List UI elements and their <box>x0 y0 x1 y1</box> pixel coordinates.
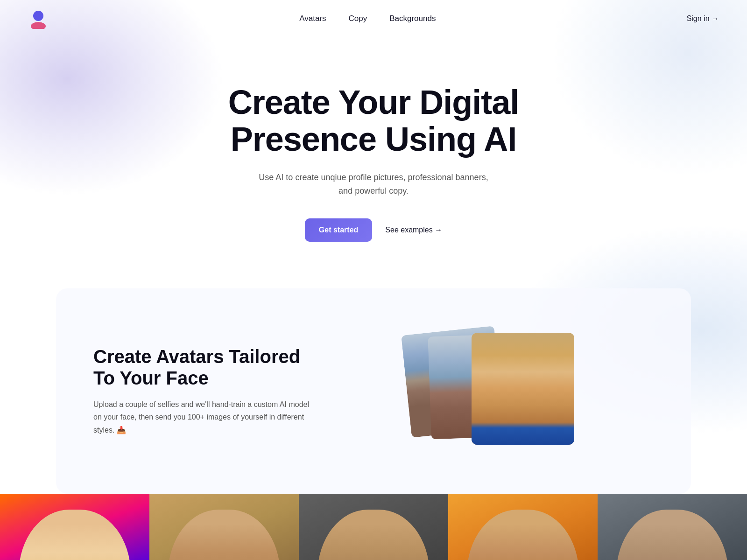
face-sim-2 <box>168 510 280 560</box>
avatar-card-3 <box>299 494 448 560</box>
logo[interactable] <box>28 8 49 29</box>
avatar-card-2 <box>149 494 299 560</box>
get-started-button[interactable]: Get started <box>305 218 372 242</box>
feature-title: Create Avatars Tailored To Your Face <box>93 346 317 389</box>
face-sim-5 <box>616 510 728 560</box>
face-sim-3 <box>317 510 430 560</box>
feature-images <box>317 326 654 456</box>
portrait-face <box>472 333 574 445</box>
navbar: Avatars Copy Backgrounds Sign in → <box>0 0 747 37</box>
feature-description: Upload a couple of selfies and we'll han… <box>93 398 317 436</box>
nav-link-copy[interactable]: Copy <box>349 14 367 23</box>
svg-point-1 <box>31 22 46 29</box>
feature-section: Create Avatars Tailored To Your Face Upl… <box>56 288 691 494</box>
face-sim-1 <box>19 510 131 560</box>
avatar-card-5 <box>598 494 747 560</box>
photo-stack <box>397 330 574 452</box>
nav-link-avatars[interactable]: Avatars <box>299 14 326 23</box>
photo-card-main <box>472 333 574 445</box>
nav-right: Sign in → <box>687 14 719 23</box>
feature-text: Create Avatars Tailored To Your Face Upl… <box>93 346 317 436</box>
sign-in-button[interactable]: Sign in → <box>687 14 719 23</box>
avatar-card-4 <box>448 494 598 560</box>
face-sim-4 <box>467 510 579 560</box>
see-examples-link[interactable]: See examples → <box>385 226 442 234</box>
hero-section: Create Your Digital Presence Using AI Us… <box>0 37 747 279</box>
nav-links: Avatars Copy Backgrounds <box>299 14 436 23</box>
hero-cta: Get started See examples → <box>28 218 719 242</box>
logo-icon <box>28 8 49 29</box>
avatar-card-1 <box>0 494 149 560</box>
nav-link-backgrounds[interactable]: Backgrounds <box>389 14 436 23</box>
svg-point-0 <box>33 11 43 21</box>
avatar-gallery <box>0 494 747 560</box>
hero-subtitle: Use AI to create unqiue profile pictures… <box>252 171 495 198</box>
hero-title: Create Your Digital Presence Using AI <box>210 84 537 158</box>
